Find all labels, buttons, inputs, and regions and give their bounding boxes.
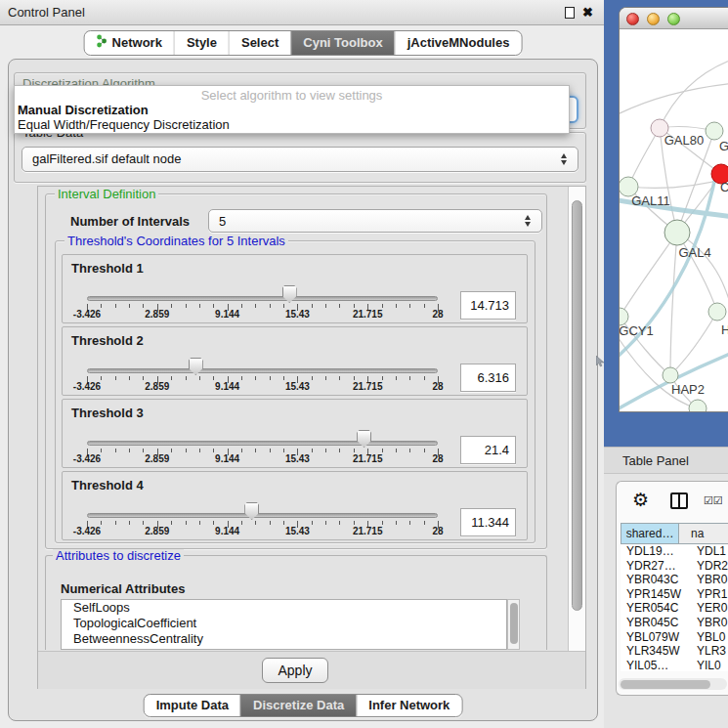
network-node[interactable] — [663, 367, 678, 383]
table-cell[interactable]: YER0 — [691, 601, 728, 616]
scrollbar-thumb[interactable] — [621, 680, 710, 689]
tab-impute-data[interactable]: Impute Data — [145, 695, 240, 716]
table-row[interactable]: YDL19…YDL1 — [621, 544, 728, 559]
table-cell[interactable]: YDR2 — [691, 559, 728, 574]
slider-tick — [283, 376, 284, 380]
tab-jactivemnodules[interactable]: jActiveMNodules — [395, 31, 522, 55]
dropdown-option-manual-discretization[interactable]: Manual Discretization — [18, 103, 149, 117]
threshold-slider-track[interactable] — [87, 368, 438, 373]
column-header-shared-name[interactable]: shared… — [621, 523, 679, 544]
table-cell[interactable]: YPR145W — [621, 587, 691, 602]
slider-tick — [255, 449, 256, 452]
slider-tick — [199, 449, 200, 452]
attributes-list-scrollbar[interactable] — [507, 599, 520, 650]
float-window-icon[interactable] — [565, 7, 575, 19]
slider-tick-label: 2.859 — [133, 453, 182, 464]
table-cell[interactable]: YLR3 — [691, 644, 728, 659]
slider-tick — [143, 449, 144, 452]
table-row[interactable]: YBL079WYBL0 — [621, 630, 728, 645]
scrollbar-thumb[interactable] — [572, 200, 582, 611]
tab-discretize-data[interactable]: Discretize Data — [240, 695, 356, 716]
tab-label: Style — [187, 35, 217, 50]
apply-button[interactable]: Apply — [262, 658, 328, 683]
table-data-combobox[interactable]: galFiltered.sif default node — [21, 147, 578, 172]
split-column-icon[interactable] — [670, 492, 688, 509]
table-cell[interactable]: YDL19… — [621, 544, 691, 559]
slider-tick — [101, 521, 102, 525]
tab-label: Cyni Toolbox — [303, 35, 382, 50]
table-row[interactable]: YER054CYER0 — [621, 601, 728, 616]
slider-tick — [171, 376, 172, 380]
tab-cyni-toolbox[interactable]: Cyni Toolbox — [290, 31, 394, 55]
slider-tick — [396, 376, 397, 380]
slider-tick-label: 15.43 — [273, 526, 321, 536]
attribute-list-item[interactable]: SelfLoops — [62, 600, 506, 616]
table-row[interactable]: YBR043CYBR0 — [621, 573, 728, 587]
table-cell[interactable]: YBR0 — [691, 616, 728, 630]
threshold-slider-track[interactable] — [87, 513, 438, 518]
close-icon[interactable]: ✖ — [582, 5, 593, 20]
slider-tick — [101, 376, 102, 380]
slider-tick — [312, 376, 313, 380]
node-label: GA — [719, 139, 728, 153]
table-row[interactable]: YBR045CYBR0 — [621, 616, 728, 630]
network-node[interactable] — [708, 303, 726, 321]
table-cell[interactable]: YIL0 — [691, 659, 728, 671]
network-node[interactable] — [689, 400, 707, 412]
scrollbar-thumb[interactable] — [510, 603, 518, 644]
minimize-traffic-light-icon[interactable] — [647, 13, 660, 25]
zoom-traffic-light-icon[interactable] — [667, 13, 680, 25]
checkbox-icons[interactable]: ☑☑ — [704, 494, 723, 507]
tab-select[interactable]: Select — [229, 31, 290, 55]
slider-tick — [241, 376, 242, 380]
threshold-slider-track[interactable] — [87, 296, 438, 301]
threshold-value-field[interactable]: 6.316 — [460, 364, 516, 392]
tab-style[interactable]: Style — [174, 31, 229, 55]
threshold-slider-track[interactable] — [87, 441, 438, 446]
threshold-3-box: Threshold 3 -3.4262.8599.14415.4321.7152… — [62, 399, 528, 468]
network-view-window[interactable]: GAL80GACGAL11GAL4HGCY1HAP2 — [619, 7, 728, 412]
table-row[interactable]: YIL05…YIL0 — [621, 659, 728, 671]
table-body[interactable]: YDL19…YDL1YDR27…YDR2YBR043CYBR0YPR145WYP… — [621, 544, 728, 671]
table-cell[interactable]: YBR045C — [621, 616, 691, 630]
vertical-scrollbar[interactable] — [568, 187, 585, 688]
gear-icon[interactable]: ⚙ — [632, 491, 649, 510]
table-cell[interactable]: YBR0 — [691, 573, 728, 587]
tab-infer-network[interactable]: Infer Network — [356, 695, 461, 716]
table-cell[interactable]: YIL05… — [621, 659, 691, 671]
numerical-attributes-list[interactable]: SelfLoopsTopologicalCoefficientBetweenne… — [61, 599, 507, 650]
table-cell[interactable]: YBL079W — [621, 630, 691, 645]
slider-tick — [270, 521, 271, 525]
table-row[interactable]: YDR27…YDR2 — [621, 559, 728, 574]
node-label: H — [721, 322, 728, 337]
table-cell[interactable]: YDR27… — [621, 559, 691, 574]
threshold-value-field[interactable]: 21.4 — [460, 436, 516, 464]
close-traffic-light-icon[interactable] — [626, 13, 639, 25]
slider-tick — [424, 304, 425, 308]
table-horizontal-scrollbar[interactable] — [619, 678, 727, 690]
table-cell[interactable]: YLR345W — [621, 644, 691, 659]
column-header-name[interactable]: na — [679, 523, 728, 544]
network-canvas[interactable]: GAL80GACGAL11GAL4HGCY1HAP2 — [620, 29, 728, 412]
number-of-intervals-spinner[interactable]: 5 — [208, 209, 542, 233]
table-cell[interactable]: YPR1 — [691, 587, 728, 602]
table-row[interactable]: YLR345WYLR3 — [621, 644, 728, 659]
threshold-value-field[interactable]: 14.713 — [460, 291, 516, 320]
table-cell[interactable]: YBR043C — [621, 573, 691, 587]
table-row[interactable]: YPR145WYPR1 — [621, 587, 728, 602]
slider-tick — [396, 304, 397, 308]
attribute-list-item[interactable]: BetweennessCentrality — [62, 631, 506, 647]
threshold-value-field[interactable]: 11.344 — [460, 508, 516, 536]
dropdown-option-equal-width-frequency[interactable]: Equal Width/Frequency Discretization — [18, 117, 230, 132]
threshold-1-box: Threshold 1 -3.4262.8599.14415.4321.7152… — [62, 254, 528, 323]
table-cell[interactable]: YBL0 — [691, 630, 728, 645]
network-node[interactable] — [664, 220, 690, 245]
tab-label: jActiveMNodules — [407, 35, 510, 50]
attribute-list-item[interactable]: TopologicalCoefficient — [62, 616, 506, 631]
network-node[interactable] — [706, 122, 723, 140]
slider-tick-label: -3.426 — [63, 381, 111, 392]
table-cell[interactable]: YER054C — [621, 601, 691, 616]
table-cell[interactable]: YDL1 — [691, 544, 728, 559]
tab-network[interactable]: Network — [85, 31, 174, 55]
slider-tick — [382, 376, 383, 380]
